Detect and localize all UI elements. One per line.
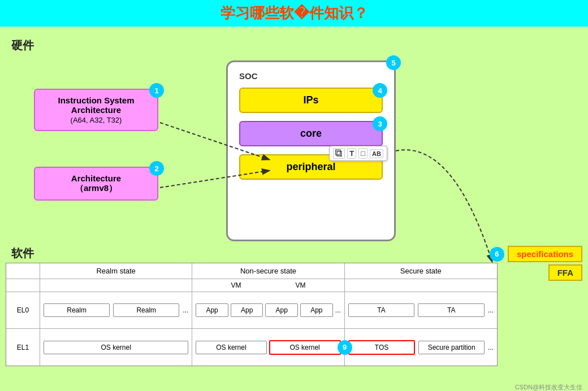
arch-line2: （armv8） [75,183,117,193]
ips-text: IPs [303,94,318,106]
sw-vm1: VM [231,281,241,289]
os-kernel-ns2: OS kernel [269,340,341,355]
spec-label: specifications [517,249,573,259]
isa-line2: Architecture [71,105,121,115]
specifications-box: specifications [508,246,582,262]
title-bar: 学习哪些软�件知识？ [0,0,588,27]
ips-box: IPs 4 [239,88,383,113]
ellipsis-1: ... [183,306,188,314]
sw-el0-row: EL0 Realm Realm ... App App App App ... [6,292,497,329]
secure-partition-cell: Secure partition [418,341,485,354]
sw-vm-realm-empty [40,279,192,292]
sw-col-empty [6,263,40,279]
sw-nonsecure-header: Non-secure state [192,263,344,279]
ffa-label: FFA [557,268,573,277]
toolbar-popup: ⿻ T □ AB [329,146,387,161]
badge-4: 4 [373,83,387,98]
sw-header-row: Realm state Non-secure state Secure stat… [6,263,497,279]
hardware-label: 硬件 [11,38,34,53]
sw-vm-row: VM VM [6,279,497,292]
toolbar-text-icon[interactable]: T [347,148,356,159]
el1-realm-cells: OS kernel [40,329,192,366]
el1-label: EL1 [6,329,40,366]
isa-box: Instruction System Architecture (A64, A3… [34,89,158,131]
sw-diagram: Realm state Non-secure state Secure stat… [6,263,498,366]
app-cell-1: App [196,303,228,317]
el0-label: EL0 [6,292,40,328]
os-kernel-realm: OS kernel [44,341,188,354]
badge-5: 5 [386,55,401,70]
core-box: core 3 ⿻ T □ AB [239,121,383,146]
sw-realm-header: Realm state [40,263,192,279]
sw-secure-header: Secure state [345,263,497,279]
arch-box: Architecture （armv8） 2 [34,167,158,201]
badge-2: 2 [149,161,164,176]
software-label: 软件 [11,246,34,261]
ta-cell-2: TA [418,303,485,317]
os-kernel-ns1: OS kernel [196,341,266,354]
arch-line1: Architecture [71,173,121,183]
sw-el1-row: EL1 OS kernel OS kernel OS kernel 9 TOS … [6,329,497,366]
soc-box: SOC 5 IPs 4 core 3 ⿻ T □ AB [226,60,396,241]
sw-vm2: VM [296,281,306,289]
ellipsis-4: ... [488,344,494,351]
badge-9: 9 [338,340,352,355]
sw-vm-empty [6,279,40,292]
ellipsis-2: ... [335,306,341,314]
core-text: core [300,128,322,139]
sw-vm-labels: VM VM [192,279,344,292]
toolbar-frame-icon[interactable]: □ [358,148,368,159]
badge-6: 6 [490,247,504,262]
isa-line3: (A64, A32, T32) [71,116,122,124]
ffa-box: FFA [548,264,582,281]
sw-vm-secure-empty [345,279,497,292]
el0-secure-cells: TA TA ... [345,292,497,328]
spec-area: 6 specifications FFA [490,246,582,281]
isa-line1: Instruction System [58,95,134,105]
realm-cell-1: Realm [44,303,110,317]
badge-1: 1 [149,83,164,98]
soc-label: SOC [239,71,383,81]
app-cell-2: App [231,303,263,317]
main-area: 学习哪些软�件知识？ 硬件 Instruction System Archite… [0,0,588,366]
el0-realm-cells: Realm Realm ... [40,292,192,328]
peripheral-text: peripheral [286,161,335,172]
el1-secure-cells: TOS Secure partition ... [345,329,497,366]
ellipsis-3: ... [488,306,494,314]
toolbar-copy-icon[interactable]: ⿻ [333,148,345,159]
realm-cell-2: Realm [113,303,179,317]
app-cell-3: App [265,303,298,317]
badge-3: 3 [373,116,387,131]
content-area: 硬件 Instruction System Architecture (A64,… [0,27,588,391]
ta-cell-1: TA [348,303,415,317]
title-text: 学习哪些软�件知识？ [220,5,368,21]
toolbar-ab-icon[interactable]: AB [370,149,383,158]
el0-nonsecure-cells: App App App App ... [192,292,344,328]
tos-cell: TOS [348,340,416,355]
app-cell-4: App [300,303,333,317]
el1-nonsecure-cells: OS kernel OS kernel 9 [192,329,344,366]
watermark: CSDN@科技改变大生佳 [515,383,582,391]
